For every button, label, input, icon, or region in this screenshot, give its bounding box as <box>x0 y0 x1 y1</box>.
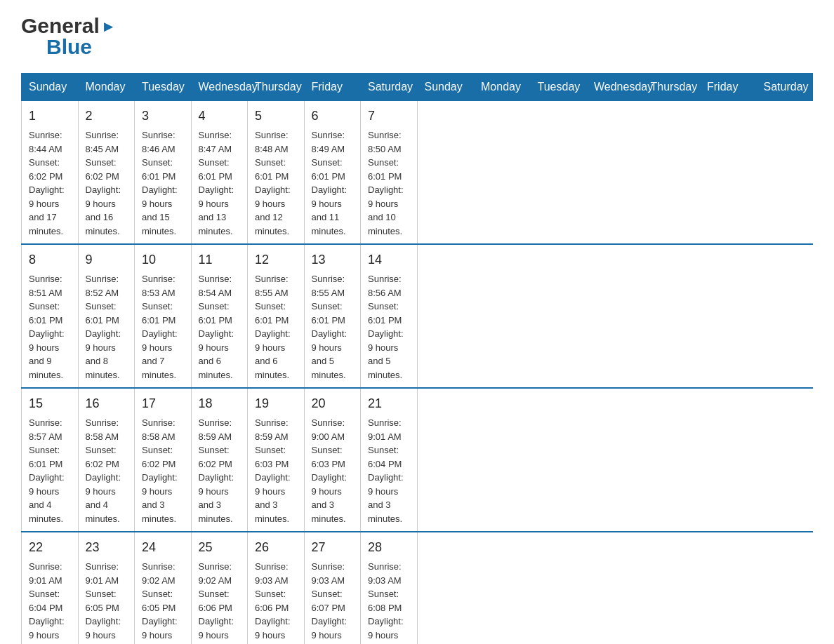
column-header-sunday: Sunday <box>417 74 474 101</box>
calendar-cell: 7Sunrise: 8:50 AMSunset: 6:01 PMDaylight… <box>361 101 418 245</box>
day-info: Sunrise: 8:59 AMSunset: 6:03 PMDaylight:… <box>255 417 291 524</box>
calendar-cell: 4Sunrise: 8:47 AMSunset: 6:01 PMDaylight… <box>191 101 248 245</box>
day-number: 20 <box>312 394 354 413</box>
calendar-cell: 14Sunrise: 8:56 AMSunset: 6:01 PMDayligh… <box>361 244 418 388</box>
calendar-cell: 11Sunrise: 8:54 AMSunset: 6:01 PMDayligh… <box>191 244 248 388</box>
calendar-cell: 20Sunrise: 9:00 AMSunset: 6:03 PMDayligh… <box>304 388 361 532</box>
day-number: 26 <box>255 538 297 557</box>
day-info: Sunrise: 8:50 AMSunset: 6:01 PMDaylight:… <box>368 130 404 236</box>
day-number: 21 <box>368 394 410 413</box>
calendar-cell: 15Sunrise: 8:57 AMSunset: 6:01 PMDayligh… <box>22 388 79 532</box>
column-header-friday: Friday <box>304 74 361 101</box>
calendar-week-row: 22Sunrise: 9:01 AMSunset: 6:04 PMDayligh… <box>22 532 813 644</box>
column-header-thursday: Thursday <box>248 74 305 101</box>
calendar-cell: 16Sunrise: 8:58 AMSunset: 6:02 PMDayligh… <box>78 388 135 532</box>
day-info: Sunrise: 9:03 AMSunset: 6:06 PMDaylight:… <box>255 561 291 644</box>
day-number: 23 <box>86 538 128 557</box>
calendar-cell: 25Sunrise: 9:02 AMSunset: 6:06 PMDayligh… <box>191 532 248 644</box>
calendar-cell: 19Sunrise: 8:59 AMSunset: 6:03 PMDayligh… <box>248 388 305 532</box>
column-header-tuesday: Tuesday <box>135 74 192 101</box>
logo-general-text: General <box>21 14 100 38</box>
calendar-cell: 6Sunrise: 8:49 AMSunset: 6:01 PMDaylight… <box>304 101 361 245</box>
calendar-cell: 22Sunrise: 9:01 AMSunset: 6:04 PMDayligh… <box>22 532 79 644</box>
day-number: 6 <box>312 107 354 126</box>
calendar-week-row: 8Sunrise: 8:51 AMSunset: 6:01 PMDaylight… <box>22 244 813 388</box>
day-info: Sunrise: 8:53 AMSunset: 6:01 PMDaylight:… <box>142 274 178 380</box>
day-number: 5 <box>255 107 297 126</box>
logo: General ► Blue <box>21 14 117 59</box>
day-info: Sunrise: 8:48 AMSunset: 6:01 PMDaylight:… <box>255 130 291 236</box>
column-header-saturday: Saturday <box>756 74 813 101</box>
day-info: Sunrise: 8:58 AMSunset: 6:02 PMDaylight:… <box>142 417 178 524</box>
logo-arrow-icon: ► <box>101 18 117 36</box>
day-number: 1 <box>29 107 71 126</box>
day-info: Sunrise: 9:00 AMSunset: 6:03 PMDaylight:… <box>312 417 348 524</box>
calendar-cell: 26Sunrise: 9:03 AMSunset: 6:06 PMDayligh… <box>248 532 305 644</box>
day-info: Sunrise: 8:57 AMSunset: 6:01 PMDaylight:… <box>29 417 65 524</box>
day-number: 13 <box>312 250 354 269</box>
day-info: Sunrise: 9:01 AMSunset: 6:04 PMDaylight:… <box>29 561 65 644</box>
column-header-thursday: Thursday <box>643 74 700 101</box>
calendar-cell: 2Sunrise: 8:45 AMSunset: 6:02 PMDaylight… <box>78 101 135 245</box>
day-info: Sunrise: 8:56 AMSunset: 6:01 PMDaylight:… <box>368 274 404 380</box>
calendar-cell: 5Sunrise: 8:48 AMSunset: 6:01 PMDaylight… <box>248 101 305 245</box>
day-info: Sunrise: 9:03 AMSunset: 6:08 PMDaylight:… <box>368 561 404 644</box>
day-info: Sunrise: 9:01 AMSunset: 6:04 PMDaylight:… <box>368 417 404 524</box>
day-number: 15 <box>29 394 71 413</box>
day-info: Sunrise: 9:03 AMSunset: 6:07 PMDaylight:… <box>312 561 348 644</box>
day-number: 25 <box>199 538 241 557</box>
day-info: Sunrise: 8:51 AMSunset: 6:01 PMDaylight:… <box>29 274 65 380</box>
day-number: 24 <box>142 538 184 557</box>
calendar-week-row: 1Sunrise: 8:44 AMSunset: 6:02 PMDaylight… <box>22 101 813 245</box>
day-number: 27 <box>312 538 354 557</box>
day-info: Sunrise: 8:58 AMSunset: 6:02 PMDaylight:… <box>86 417 121 524</box>
calendar-cell: 8Sunrise: 8:51 AMSunset: 6:01 PMDaylight… <box>22 244 79 388</box>
day-number: 12 <box>255 250 297 269</box>
day-number: 11 <box>199 250 241 269</box>
day-number: 7 <box>368 107 410 126</box>
day-info: Sunrise: 8:55 AMSunset: 6:01 PMDaylight:… <box>255 274 291 380</box>
day-number: 9 <box>86 250 128 269</box>
calendar-cell: 17Sunrise: 8:58 AMSunset: 6:02 PMDayligh… <box>135 388 192 532</box>
calendar-table: SundayMondayTuesdayWednesdayThursdayFrid… <box>21 73 813 644</box>
calendar-cell: 27Sunrise: 9:03 AMSunset: 6:07 PMDayligh… <box>304 532 361 644</box>
column-header-saturday: Saturday <box>361 74 418 101</box>
day-number: 22 <box>29 538 71 557</box>
day-info: Sunrise: 9:01 AMSunset: 6:05 PMDaylight:… <box>86 561 121 644</box>
calendar-cell: 12Sunrise: 8:55 AMSunset: 6:01 PMDayligh… <box>248 244 305 388</box>
column-header-wednesday: Wednesday <box>191 74 248 101</box>
calendar-cell: 18Sunrise: 8:59 AMSunset: 6:02 PMDayligh… <box>191 388 248 532</box>
calendar-cell: 28Sunrise: 9:03 AMSunset: 6:08 PMDayligh… <box>361 532 418 644</box>
day-info: Sunrise: 9:02 AMSunset: 6:05 PMDaylight:… <box>142 561 178 644</box>
page-header: General ► Blue <box>21 14 813 59</box>
day-number: 17 <box>142 394 184 413</box>
calendar-cell: 13Sunrise: 8:55 AMSunset: 6:01 PMDayligh… <box>304 244 361 388</box>
day-info: Sunrise: 8:54 AMSunset: 6:01 PMDaylight:… <box>199 274 234 380</box>
day-number: 19 <box>255 394 297 413</box>
calendar-cell: 9Sunrise: 8:52 AMSunset: 6:01 PMDaylight… <box>78 244 135 388</box>
column-header-friday: Friday <box>700 74 757 101</box>
column-header-wednesday: Wednesday <box>587 74 644 101</box>
day-info: Sunrise: 8:47 AMSunset: 6:01 PMDaylight:… <box>199 130 234 236</box>
calendar-cell: 21Sunrise: 9:01 AMSunset: 6:04 PMDayligh… <box>361 388 418 532</box>
column-header-monday: Monday <box>474 74 531 101</box>
calendar-cell: 10Sunrise: 8:53 AMSunset: 6:01 PMDayligh… <box>135 244 192 388</box>
day-info: Sunrise: 8:52 AMSunset: 6:01 PMDaylight:… <box>86 274 121 380</box>
day-number: 28 <box>368 538 410 557</box>
calendar-week-row: 15Sunrise: 8:57 AMSunset: 6:01 PMDayligh… <box>22 388 813 532</box>
day-number: 10 <box>142 250 184 269</box>
calendar-cell: 1Sunrise: 8:44 AMSunset: 6:02 PMDaylight… <box>22 101 79 245</box>
day-info: Sunrise: 9:02 AMSunset: 6:06 PMDaylight:… <box>199 561 234 644</box>
column-header-tuesday: Tuesday <box>530 74 587 101</box>
calendar-header-row: SundayMondayTuesdayWednesdayThursdayFrid… <box>22 74 813 101</box>
day-info: Sunrise: 8:59 AMSunset: 6:02 PMDaylight:… <box>199 417 234 524</box>
day-number: 14 <box>368 250 410 269</box>
column-header-sunday: Sunday <box>22 74 79 101</box>
column-header-monday: Monday <box>78 74 135 101</box>
calendar-cell: 3Sunrise: 8:46 AMSunset: 6:01 PMDaylight… <box>135 101 192 245</box>
day-number: 18 <box>199 394 241 413</box>
day-number: 3 <box>142 107 184 126</box>
day-info: Sunrise: 8:45 AMSunset: 6:02 PMDaylight:… <box>86 130 121 236</box>
day-info: Sunrise: 8:49 AMSunset: 6:01 PMDaylight:… <box>312 130 348 236</box>
calendar-cell: 23Sunrise: 9:01 AMSunset: 6:05 PMDayligh… <box>78 532 135 644</box>
